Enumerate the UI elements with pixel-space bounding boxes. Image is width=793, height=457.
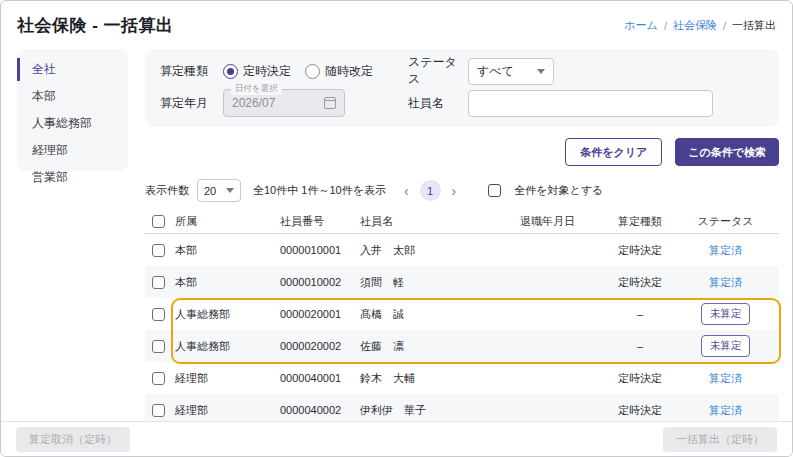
breadcrumb-section-link[interactable]: 社会保険 — [673, 18, 717, 33]
cell-employee-name: 鈴木 大輔 — [360, 371, 520, 386]
calc-type-label: 算定種類 — [160, 63, 223, 80]
table-row: 本部 0000010001 入井 太郎 定時決定 算定済 — [145, 234, 779, 266]
radio-option-occasional[interactable]: 随時改定 — [305, 63, 373, 80]
row-checkbox[interactable] — [152, 276, 165, 289]
cell-employee-number: 0000010002 — [280, 276, 360, 288]
page-size-value: 20 — [204, 185, 216, 197]
status-select[interactable]: すべて — [468, 58, 554, 85]
radio-option-scheduled[interactable]: 定時決定 — [223, 63, 291, 80]
sidebar-item-headquarters[interactable]: 本部 — [17, 85, 128, 108]
sidebar-item-all-company[interactable]: 全社 — [17, 58, 128, 81]
employee-name-input[interactable] — [468, 90, 713, 117]
cell-employee-name: 須間 軽 — [360, 275, 520, 290]
cell-department: 本部 — [175, 275, 280, 290]
cell-calc-type: 定時決定 — [598, 403, 682, 418]
select-all-checkbox[interactable] — [488, 184, 501, 197]
footer-action-bar: 算定取消（定時） 一括算出（定時） — [1, 421, 792, 456]
cell-employee-name: 伊利伊 華子 — [360, 403, 520, 418]
sidebar-item-accounting[interactable]: 経理部 — [17, 139, 128, 162]
breadcrumb: ホーム / 社会保険 / 一括算出 — [624, 18, 776, 33]
cell-calc-type: 定時決定 — [598, 275, 682, 290]
radio-label: 定時決定 — [243, 63, 291, 80]
content-area: 全社 本部 人事総務部 経理部 営業部 算定種類 定時決定 — [1, 37, 792, 426]
status-calculated-link[interactable]: 算定済 — [709, 404, 742, 416]
cell-employee-number: 0000010001 — [280, 244, 360, 256]
cell-employee-number: 0000040002 — [280, 404, 360, 416]
prev-page-icon[interactable]: ‹ — [402, 182, 411, 200]
page-size-select[interactable]: 20 — [197, 179, 241, 202]
search-button[interactable]: この条件で検索 — [675, 138, 779, 166]
pagination: ‹ 1 › — [402, 180, 458, 201]
filter-row-2: 算定年月 日付を選択 2026/07 社員名 — [160, 88, 764, 118]
status-label: ステータス — [408, 54, 468, 88]
header-department: 所属 — [175, 214, 280, 229]
breadcrumb-separator: / — [664, 20, 667, 32]
breadcrumb-home-link[interactable]: ホーム — [624, 18, 658, 33]
page-header: 社会保険 - 一括算出 ホーム / 社会保険 / 一括算出 — [1, 1, 792, 37]
filter-row-1: 算定種類 定時決定 随時改定 ステータス すべて — [160, 56, 764, 86]
status-calculated-link[interactable]: 算定済 — [709, 276, 742, 288]
table-row: 経理部 0000040001 鈴木 大輔 定時決定 算定済 — [145, 362, 779, 394]
cell-calc-type: 定時決定 — [598, 371, 682, 386]
radio-unchecked-icon[interactable] — [305, 64, 320, 79]
cell-employee-number: 0000040001 — [280, 372, 360, 384]
status-calculated-link[interactable]: 算定済 — [709, 372, 742, 384]
cell-calc-type: 定時決定 — [598, 243, 682, 258]
page-number-button[interactable]: 1 — [420, 180, 441, 201]
calc-month-label: 算定年月 — [160, 95, 223, 112]
status-calculated-link[interactable]: 算定済 — [709, 244, 742, 256]
header-employee-name: 社員名 — [360, 214, 520, 229]
department-sidebar: 全社 本部 人事総務部 経理部 営業部 — [17, 49, 128, 171]
status-not-calculated-badge: 未算定 — [701, 303, 751, 325]
cell-department: 本部 — [175, 243, 280, 258]
table-row: 人事総務部 0000020001 髙橋 誠 – 未算定 — [145, 298, 779, 330]
batch-calculate-button[interactable]: 一括算出（定時） — [663, 427, 777, 452]
clear-conditions-button[interactable]: 条件をクリア — [565, 138, 662, 166]
sidebar-item-hr-general-affairs[interactable]: 人事総務部 — [17, 112, 128, 135]
row-checkbox[interactable] — [152, 372, 165, 385]
result-count-summary: 全10件中 1件～10件を表示 — [253, 183, 386, 198]
search-filter-panel: 算定種類 定時決定 随時改定 ステータス すべて — [145, 49, 779, 127]
header-employee-number: 社員番号 — [280, 214, 360, 229]
app-window: 社会保険 - 一括算出 ホーム / 社会保険 / 一括算出 全社 本部 人事総務… — [0, 0, 793, 457]
cell-calc-type: – — [598, 340, 682, 352]
radio-label: 随時改定 — [325, 63, 373, 80]
cell-calc-type: – — [598, 308, 682, 320]
calc-month-control: 日付を選択 2026/07 — [223, 89, 408, 117]
date-field-floating-label: 日付を選択 — [231, 83, 282, 95]
calc-month-date-field[interactable]: 日付を選択 2026/07 — [223, 89, 345, 117]
radio-checked-icon[interactable] — [223, 64, 238, 79]
status-not-calculated-badge: 未算定 — [701, 335, 751, 357]
select-all-label: 全件を対象とする — [514, 183, 603, 198]
cell-employee-name: 入井 太郎 — [360, 243, 520, 258]
page-size-label: 表示件数 — [145, 183, 189, 198]
sidebar-item-sales[interactable]: 営業部 — [17, 166, 128, 189]
cell-employee-name: 佐藤 凛 — [360, 339, 520, 354]
table-row: 人事総務部 0000020002 佐藤 凛 – 未算定 — [145, 330, 779, 362]
header-calc-type: 算定種類 — [598, 214, 682, 229]
row-checkbox[interactable] — [152, 340, 165, 353]
header-checkbox[interactable] — [152, 215, 165, 228]
cancel-calculation-button[interactable]: 算定取消（定時） — [16, 427, 130, 452]
employee-name-label: 社員名 — [408, 95, 468, 112]
cell-employee-number: 0000020002 — [280, 340, 360, 352]
table-header-row: 所属 社員番号 社員名 退職年月日 算定種類 ステータス — [145, 209, 779, 234]
employee-table: 所属 社員番号 社員名 退職年月日 算定種類 ステータス 本部 00000100… — [145, 209, 779, 426]
status-select-value: すべて — [477, 63, 514, 80]
row-checkbox[interactable] — [152, 244, 165, 257]
row-checkbox[interactable] — [152, 404, 165, 417]
breadcrumb-separator: / — [723, 20, 726, 32]
search-actions: 条件をクリア この条件で検索 — [145, 138, 779, 166]
chevron-down-icon — [537, 69, 545, 74]
next-page-icon[interactable]: › — [450, 182, 459, 200]
main-panel: 算定種類 定時決定 随時改定 ステータス すべて — [145, 49, 779, 426]
calendar-icon[interactable] — [324, 97, 336, 109]
cell-employee-name: 髙橋 誠 — [360, 307, 520, 322]
table-row: 本部 0000010002 須間 軽 定時決定 算定済 — [145, 266, 779, 298]
list-controls: 表示件数 20 全10件中 1件～10件を表示 ‹ 1 › 全件を対象とする — [145, 179, 779, 202]
cell-department: 経理部 — [175, 403, 280, 418]
row-checkbox[interactable] — [152, 308, 165, 321]
cell-department: 人事総務部 — [175, 339, 280, 354]
calc-month-value: 2026/07 — [232, 96, 275, 110]
cell-department: 経理部 — [175, 371, 280, 386]
